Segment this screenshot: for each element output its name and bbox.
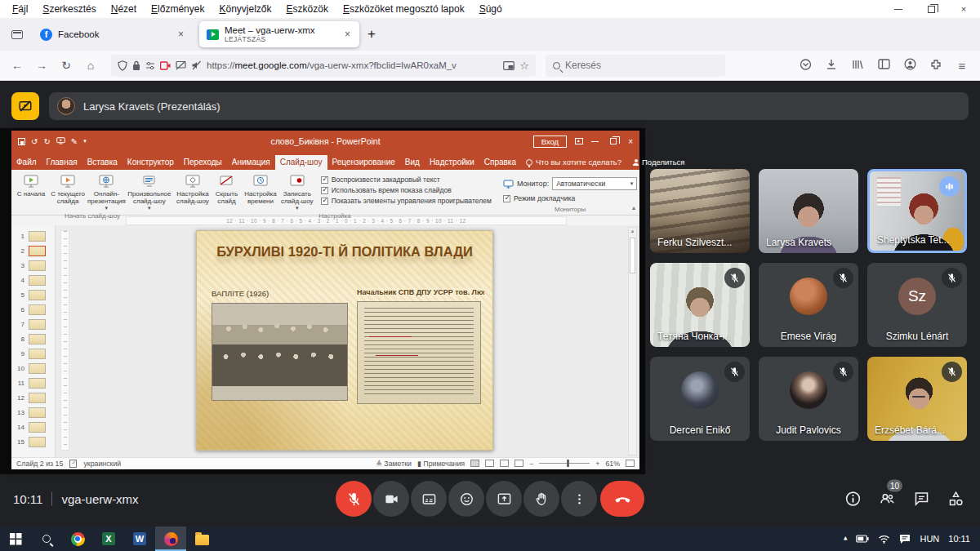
ppt-tab-addins[interactable]: Надстройки [425, 155, 479, 170]
zoom-slider[interactable] [539, 463, 590, 464]
wifi-icon[interactable] [878, 535, 890, 544]
menu-shared-tabs[interactable]: Eszközöket megosztó lapok [336, 0, 472, 18]
ppt-check-show-controls[interactable]: Показать элементы управления проигрывате… [321, 197, 492, 205]
tab-overview-icon[interactable] [7, 24, 28, 45]
forward-icon[interactable]: → [29, 59, 54, 72]
presenter-banner[interactable]: Larysa Kravets (Prezentálás) [49, 92, 969, 120]
captions-button[interactable] [411, 481, 447, 517]
ppt-tab-file[interactable]: Файл [11, 155, 42, 170]
bookmark-star-icon[interactable]: ☆ [519, 60, 529, 72]
ppt-from-beginning-button[interactable]: С начала [13, 172, 49, 198]
excel-icon[interactable]: X [93, 527, 124, 551]
word-icon[interactable]: W [124, 527, 155, 551]
tray-expand-icon[interactable]: ▾ [844, 535, 848, 543]
tab-close-icon[interactable]: × [176, 29, 185, 40]
autoplay-blocked-icon[interactable] [191, 60, 202, 70]
permissions-sliders-icon[interactable] [145, 61, 155, 70]
menu-bookmarks[interactable]: Könyvjelzők [212, 0, 278, 18]
zoom-out-icon[interactable]: − [529, 460, 533, 468]
ppt-check-presenter-view[interactable]: Режим докладчика [503, 194, 637, 202]
scrollbar-thumb[interactable] [630, 238, 635, 273]
slide-thumbnail-3[interactable]: 3 [16, 258, 55, 273]
pip-icon[interactable] [503, 61, 514, 70]
keyboard-language[interactable]: HUN [920, 534, 939, 544]
undo-icon[interactable]: ↺ [31, 137, 38, 146]
url-text[interactable]: https://meet.google.com/vga-uerw-xmx?fbc… [207, 60, 498, 70]
slide-thumbnail-13[interactable]: 13 [16, 405, 55, 420]
participant-tile-5[interactable]: Emese Virág [759, 263, 858, 347]
ppt-tab-transitions[interactable]: Переходы [179, 155, 227, 170]
back-icon[interactable]: ← [5, 59, 29, 72]
ppt-close-button[interactable]: × [628, 137, 633, 146]
participant-tile-7[interactable]: Derceni Enikő [650, 357, 750, 441]
ppt-setup-slideshow-button[interactable]: Настройка слайд-шоу [175, 172, 211, 205]
slide-thumbnail-12[interactable]: 12 [16, 390, 55, 405]
reading-view-icon[interactable] [500, 460, 509, 467]
shield-icon[interactable] [118, 60, 127, 71]
participant-tile-4[interactable]: Тетяна Чонка-... [650, 263, 750, 347]
library-icon[interactable] [846, 59, 869, 73]
ppt-slide[interactable]: БУРХЛИВІ 1920-ТІ Й ПОЛІТИКА ВЛАДИ ВАПЛІТ… [196, 230, 493, 451]
menu-tools[interactable]: Eszközök [279, 0, 336, 18]
collapse-ribbon-icon[interactable]: ▾ [632, 205, 635, 212]
home-icon[interactable]: ⌂ [78, 59, 103, 72]
more-options-button[interactable] [561, 481, 597, 517]
hamburger-menu-icon[interactable]: ≡ [951, 59, 973, 73]
lock-icon[interactable] [132, 60, 140, 71]
battery-icon[interactable] [856, 535, 869, 543]
presentation-paused-icon[interactable] [11, 92, 39, 120]
end-call-button[interactable] [600, 481, 644, 517]
tab-close-icon[interactable]: × [343, 29, 352, 40]
slide-sorter-view-icon[interactable] [485, 460, 494, 467]
slideshow-view-icon[interactable] [514, 460, 523, 467]
screenshare-blocked-icon[interactable] [176, 60, 186, 70]
ppt-tellme[interactable]: Что вы хотите сделать? [521, 155, 626, 170]
slide-thumbnail-1[interactable]: 1 [16, 229, 55, 243]
ppt-check-play-narrations[interactable]: Воспроизвести закадровый текст [321, 176, 492, 184]
participant-tile-6[interactable]: SzSzimku Lénárt [867, 263, 967, 347]
downloads-icon[interactable] [820, 59, 843, 73]
menu-edit[interactable]: Szerkesztés [35, 0, 103, 18]
slide-thumbnail-9[interactable]: 9 [16, 346, 55, 361]
ppt-notes-button[interactable]: ≜ Заметки [376, 460, 412, 468]
ppt-tab-review[interactable]: Рецензирование [327, 155, 400, 170]
participant-tile-8[interactable]: Judit Pavlovics [759, 357, 858, 441]
notification-icon[interactable] [899, 534, 911, 544]
zoom-in-icon[interactable]: + [595, 460, 599, 468]
slide-thumbnail-5[interactable]: 5 [16, 287, 55, 302]
ppt-tab-home[interactable]: Главная [42, 155, 82, 170]
ppt-record-slideshow-button[interactable]: Записать слайд-шоу [279, 172, 315, 211]
tab-meet[interactable]: Meet – vga-uerw-xmx LEJÁTSZÁS × [199, 21, 359, 47]
menu-help[interactable]: Súgó [472, 0, 510, 18]
participant-tile-1[interactable]: Ferku Szilveszt... [650, 169, 750, 253]
ppt-language[interactable]: украинский [83, 460, 121, 468]
qat-caret-icon[interactable]: ▾ [83, 138, 87, 144]
ppt-rehearse-timings-button[interactable]: Настройка времени [243, 172, 278, 205]
raise-hand-button[interactable] [523, 481, 559, 517]
slide-thumbnail-7[interactable]: 7 [16, 317, 55, 331]
start-button[interactable] [0, 527, 31, 551]
url-bar[interactable]: https://meet.google.com/vga-uerw-xmx?fbc… [111, 55, 536, 77]
zoom-level[interactable]: 61% [605, 460, 620, 468]
reactions-button[interactable] [448, 481, 484, 517]
chat-icon[interactable] [913, 491, 930, 508]
ppt-tab-animations[interactable]: Анимация [227, 155, 275, 170]
ppt-from-current-button[interactable]: С текущего слайда [50, 172, 86, 205]
file-explorer-icon[interactable] [186, 527, 217, 551]
ppt-check-use-timings[interactable]: Использовать время показа слайдов [321, 186, 492, 194]
camera-button[interactable] [373, 481, 409, 517]
search-bar[interactable] [546, 55, 725, 77]
menu-view[interactable]: Nézet [104, 0, 144, 18]
account-icon[interactable] [898, 58, 921, 73]
slide-thumbnail-14[interactable]: 14 [16, 420, 55, 434]
window-restore-button[interactable] [915, 0, 947, 18]
meeting-details-icon[interactable] [844, 491, 862, 508]
tab-facebook[interactable]: f Facebook × [33, 21, 193, 47]
ppt-comments-button[interactable]: ▮ Примечания [417, 460, 465, 468]
menu-history[interactable]: Előzmények [144, 0, 212, 18]
search-input[interactable] [565, 60, 696, 71]
redo-icon[interactable]: ↻ [43, 137, 50, 146]
start-slideshow-icon[interactable] [56, 137, 65, 146]
ppt-signin-button[interactable]: Вход [533, 136, 568, 148]
present-button[interactable] [486, 481, 522, 517]
